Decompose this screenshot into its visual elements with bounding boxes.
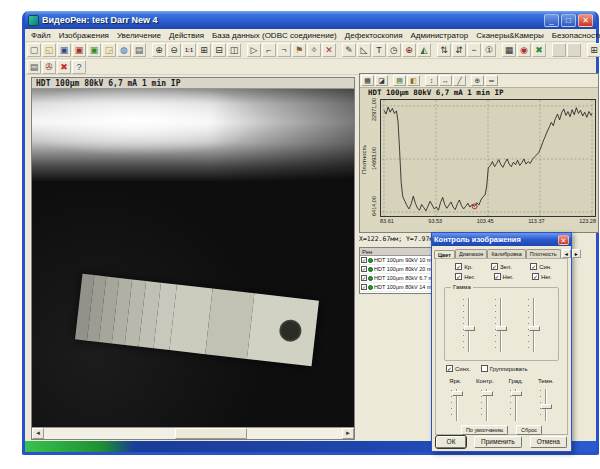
row-checkbox[interactable] <box>361 266 367 272</box>
toolbar-button[interactable] <box>552 43 566 57</box>
gamma-slider[interactable] <box>493 296 509 354</box>
channel-checkbox[interactable]: Кр. <box>455 263 473 270</box>
row-checkbox[interactable] <box>361 257 367 263</box>
toolbar-button[interactable]: ✖ <box>57 60 71 74</box>
menu-item[interactable]: База данных (ODBC соединение) <box>208 30 341 41</box>
toolbar-button[interactable]: ✕ <box>322 43 336 57</box>
chart-toolbar-button[interactable]: ⊕ <box>471 75 484 86</box>
chart-toolbar-button[interactable]: ▦ <box>361 75 374 86</box>
toolbar-button[interactable]: ▣ <box>57 43 71 57</box>
toolbar-button[interactable]: ▤ <box>27 60 41 74</box>
menu-item[interactable]: Администратор <box>406 30 472 41</box>
toolbar-button[interactable]: ▷ <box>247 43 261 57</box>
toolbar-button[interactable]: ⚑ <box>292 43 306 57</box>
reset-button[interactable]: Сброс <box>516 425 542 435</box>
negative-checkbox[interactable]: Нег. <box>455 273 475 280</box>
toolbar-button[interactable]: ⊕ <box>152 43 166 57</box>
chart-toolbar-button[interactable]: ═ <box>485 75 498 86</box>
apply-button[interactable]: Применить <box>474 436 522 448</box>
toolbar-button[interactable]: ⊖ <box>167 43 181 57</box>
chart-toolbar-button[interactable]: ▤ <box>393 75 406 86</box>
toolbar-button[interactable]: ◭ <box>417 43 431 57</box>
negative-checkbox[interactable]: Нег. <box>494 273 514 280</box>
cancel-button[interactable]: Отмена <box>530 436 567 448</box>
default-button[interactable]: По умолчанию <box>461 425 508 435</box>
menu-item[interactable]: Сканеры&Камеры <box>472 30 548 41</box>
density-profile-plot[interactable] <box>380 99 596 217</box>
toolbar-button[interactable]: ◫ <box>227 43 241 57</box>
slider-thumb[interactable] <box>541 404 552 409</box>
toolbar-button[interactable]: 1:1 <box>182 43 196 57</box>
toolbar-button[interactable]: ◺ <box>357 43 371 57</box>
channel-checkbox[interactable]: Син. <box>530 263 552 270</box>
toolbar-button[interactable]: ⌐ <box>262 43 276 57</box>
menu-item[interactable]: Дефектоскопия <box>341 30 407 41</box>
ok-button[interactable]: ОК <box>436 436 466 448</box>
chart-toolbar-button[interactable]: ◧ <box>407 75 420 86</box>
adjust-slider[interactable] <box>479 387 495 423</box>
adjust-slider[interactable] <box>508 387 524 423</box>
chart-toolbar-button[interactable]: ↔ <box>439 75 452 86</box>
close-button[interactable]: ✕ <box>578 14 593 27</box>
toolbar-button[interactable]: ▦ <box>502 43 516 57</box>
list-item[interactable]: HDT 100μm 90kV 10 mA <box>360 256 431 265</box>
toolbar-button[interactable]: ◉ <box>517 43 531 57</box>
scroll-track[interactable] <box>44 428 342 439</box>
toolbar-button[interactable]: − <box>467 43 481 57</box>
chart-toolbar-button[interactable]: ↕ <box>425 75 438 86</box>
list-item[interactable]: HDT 100μm 80kV 6.7 mA <box>360 274 431 283</box>
toolbar-button[interactable]: ? <box>72 60 86 74</box>
scroll-thumb[interactable] <box>175 428 247 439</box>
scroll-left-arrow[interactable]: ◄ <box>32 428 44 439</box>
channel-checkbox[interactable]: Зел. <box>491 263 512 270</box>
toolbar-button[interactable]: ◲ <box>102 43 116 57</box>
list-item[interactable]: HDT 100μm 80kV 20 mA <box>360 265 431 274</box>
toolbar-button[interactable]: ⇅ <box>437 43 451 57</box>
toolbar-button[interactable]: ✖ <box>532 43 546 57</box>
chart-toolbar-button[interactable]: ◪ <box>375 75 388 86</box>
toolbar-button[interactable]: ◱ <box>42 43 56 57</box>
minimize-button[interactable]: _ <box>544 14 559 27</box>
toolbar-button[interactable]: ¬ <box>277 43 291 57</box>
toolbar-button[interactable]: ✇ <box>42 60 56 74</box>
menu-item[interactable]: Действия <box>165 30 208 41</box>
toolbar-button[interactable] <box>567 43 581 57</box>
slider-thumb[interactable] <box>496 326 507 331</box>
dialog-tab[interactable]: Диапазон <box>455 249 487 258</box>
tab-scroll-arrow[interactable]: ◄ <box>562 249 571 258</box>
slider-thumb[interactable] <box>529 326 540 331</box>
toolbar-button[interactable]: ⊞ <box>197 43 211 57</box>
dialog-tab[interactable]: Калибровка <box>487 249 525 258</box>
toolbar-button[interactable]: ▢ <box>27 43 41 57</box>
toolbar-button[interactable]: ◷ <box>387 43 401 57</box>
xray-image[interactable] <box>32 89 354 427</box>
list-item[interactable]: HDT 100μm 80kV 14 mA <box>360 283 431 292</box>
slider-thumb[interactable] <box>452 391 463 396</box>
group-checkbox[interactable]: Группировать <box>481 365 528 372</box>
toolbar-button[interactable]: T <box>372 43 386 57</box>
toolbar-button[interactable]: ⊞ <box>587 43 600 57</box>
adjust-slider[interactable] <box>449 387 465 423</box>
toolbar-button[interactable]: ✧ <box>307 43 321 57</box>
dialog-tab[interactable]: Плотность <box>526 249 561 258</box>
row-checkbox[interactable] <box>361 284 367 290</box>
toolbar-button[interactable]: ① <box>482 43 496 57</box>
negative-checkbox[interactable]: Нег. <box>532 273 552 280</box>
gamma-slider[interactable] <box>526 296 542 354</box>
maximize-button[interactable]: □ <box>561 14 576 27</box>
toolbar-button[interactable]: ◍ <box>117 43 131 57</box>
toolbar-button[interactable]: ✎ <box>342 43 356 57</box>
toolbar-button[interactable]: ▤ <box>132 43 146 57</box>
slider-thumb[interactable] <box>464 326 475 331</box>
gamma-slider[interactable] <box>461 296 477 354</box>
sync-checkbox[interactable]: Синх. <box>446 365 471 372</box>
toolbar-button[interactable]: ▣ <box>72 43 86 57</box>
tab-scroll-arrow[interactable]: ► <box>572 249 581 258</box>
slider-thumb[interactable] <box>482 391 493 396</box>
scroll-right-arrow[interactable]: ► <box>342 428 354 439</box>
slider-thumb[interactable] <box>511 391 522 396</box>
menu-item[interactable]: Изображения <box>55 30 113 41</box>
toolbar-button[interactable]: ⊕ <box>402 43 416 57</box>
adjust-slider[interactable] <box>538 387 554 423</box>
row-checkbox[interactable] <box>361 275 367 281</box>
